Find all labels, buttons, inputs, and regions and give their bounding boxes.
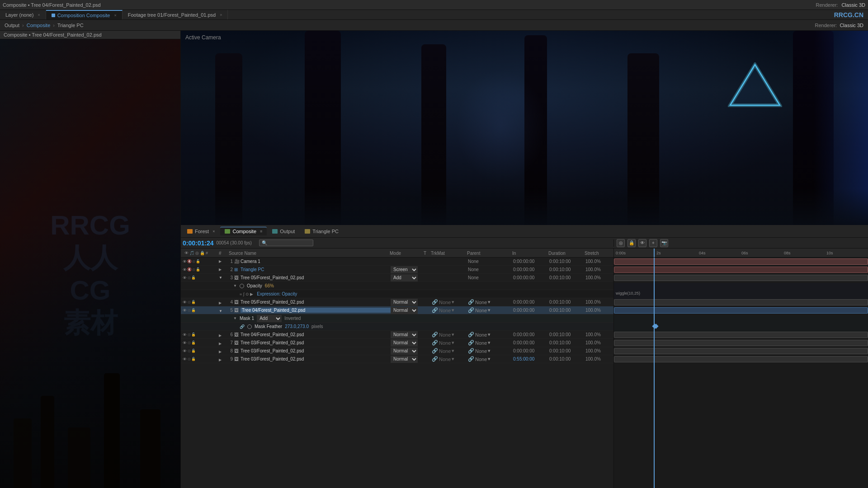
layer-row-6[interactable]: 👁 ◎ 🔓 ▶ 6 🖼 Tree 04/Forest_Painted_02.ps… [181, 331, 613, 339]
layer9-eye[interactable]: 👁 [183, 357, 187, 361]
tl-camera-btn[interactable]: 📷 [660, 239, 668, 247]
panel-tab-triangle-pc[interactable]: Triangle PC [300, 227, 343, 235]
tab-layer-none[interactable]: Layer (none) × [0, 10, 46, 19]
layer3-name[interactable]: Tree 05/Forest_Painted_02.psd [241, 275, 391, 280]
layer-row-5[interactable]: 👁 ◎ 🔓 ▼ 5 🖼 Tree 04/Forest_Painted_02.ps… [181, 306, 613, 314]
layer7-mode[interactable]: Normal [391, 339, 425, 347]
layer3-expr-icons[interactable]: = ∫ ⊙ ▶ [240, 292, 253, 296]
layer1-eye[interactable]: 👁 [183, 259, 187, 264]
panel-tab-output[interactable]: Output [268, 227, 299, 235]
layer1-solo[interactable]: ◎ [192, 259, 195, 263]
layer1-name[interactable]: Camera 1 [241, 259, 391, 264]
layer8-mode[interactable]: Normal [391, 347, 425, 355]
tab-composition-composite[interactable]: Composition Composite × [46, 10, 123, 19]
layer5-eye[interactable]: 👁 [183, 308, 187, 313]
layer9-lock[interactable]: 🔓 [191, 357, 196, 361]
layer7-solo[interactable]: ◎ [188, 341, 191, 345]
layer4-name[interactable]: Tree 05/Forest_Painted_02.psd [241, 300, 391, 305]
layer5-mode[interactable]: Normal [391, 307, 425, 314]
layer6-name[interactable]: Tree 04/Forest_Painted_02.psd [241, 332, 391, 337]
layer2-mode-select[interactable]: Screen Normal Add [391, 266, 418, 273]
layer5-mask1-mode[interactable]: Add [257, 315, 282, 322]
layer-row-7[interactable]: 👁 ◎ 🔓 ▶ 7 🖼 Tree 03/Forest_Painted_02.ps… [181, 339, 613, 347]
nav-triangle-pc[interactable]: Triangle PC [57, 23, 84, 28]
layer6-mode[interactable]: Normal [391, 331, 425, 338]
timecode-header[interactable]: 0:00:01:24 [183, 239, 214, 247]
layer4-lock[interactable]: 🔓 [191, 300, 196, 304]
layer5-mask1-mode-select[interactable]: Add [257, 315, 282, 322]
layer1-lock[interactable]: 🔓 [196, 259, 200, 263]
tl-solo-btn[interactable]: ◎ [617, 239, 625, 247]
layer8-trkmat[interactable]: 🔗None▾ [432, 348, 468, 354]
close-tab-composite[interactable]: × [114, 13, 116, 18]
forest-tab-close[interactable]: × [212, 229, 215, 234]
layer-row-9[interactable]: 👁 ◎ 🔓 ▶ 9 🖼 Tree 03/Forest_Painted_02.ps… [181, 355, 613, 363]
tl-add-btn[interactable]: + [649, 239, 657, 247]
panel-tab-forest[interactable]: Forest × [183, 227, 219, 235]
layer-row-1[interactable]: 👁 🔇 ◎ 🔓 ▶ 1 🎥 Camera 1 [181, 258, 613, 266]
layer7-name[interactable]: Tree 03/Forest_Painted_02.psd [241, 340, 391, 345]
layer6-lock[interactable]: 🔓 [191, 333, 196, 337]
timeline-playhead[interactable] [654, 258, 655, 488]
layer3-lock[interactable]: 🔓 [191, 276, 196, 280]
layer6-expand[interactable]: ▶ [218, 332, 226, 338]
layer9-name[interactable]: Tree 03/Forest_Painted_02.psd [241, 357, 391, 361]
layer4-trkmat[interactable]: 🔗None▾ [432, 299, 468, 305]
layer-row-2[interactable]: 👁 🔇 ◎ 🔓 ▶ 2 ⊞ Triangle PC [181, 266, 613, 274]
panel-tab-composite[interactable]: Composite ≡ [220, 227, 267, 235]
layer4-parent[interactable]: 🔗None▾ [468, 299, 513, 305]
layer5-expand[interactable]: ▼ [218, 308, 226, 313]
nav-composite[interactable]: Composite [27, 23, 51, 28]
close-tab-layer[interactable]: × [38, 13, 40, 17]
layer3-opacity-expand[interactable]: ▼ [233, 284, 237, 288]
layer5-parent[interactable]: 🔗None▾ [468, 307, 513, 313]
layer7-mode-select[interactable]: Normal [391, 339, 418, 347]
layer8-solo[interactable]: ◎ [188, 349, 191, 353]
layer5-trkmat[interactable]: 🔗None▾ [432, 307, 468, 313]
layer8-name[interactable]: Tree 03/Forest_Painted_02.psd [241, 348, 391, 353]
layer5-solo[interactable]: ◎ [188, 308, 191, 312]
layer3-eye[interactable]: 👁 [183, 276, 187, 280]
layer-row-4[interactable]: 👁 ◎ 🔓 ▶ 4 🖼 Tree 05/Forest_Painted_02.ps… [181, 298, 613, 306]
layer3-mode-select[interactable]: Add Normal Screen [391, 274, 418, 282]
tl-lock-btn[interactable]: 🔒 [627, 239, 636, 247]
layer4-expand[interactable]: ▶ [218, 300, 226, 305]
layer6-trkmat[interactable]: 🔗None▾ [432, 332, 468, 338]
layer7-expand[interactable]: ▶ [218, 340, 226, 346]
layer7-eye[interactable]: 👁 [183, 341, 187, 345]
layer7-parent[interactable]: 🔗None▾ [468, 340, 513, 346]
layer5-lock[interactable]: 🔓 [191, 308, 196, 312]
layer9-expand[interactable]: ▶ [218, 357, 226, 362]
close-tab-footage[interactable]: × [220, 13, 222, 17]
playhead[interactable] [654, 249, 655, 257]
tl-hide-btn[interactable]: 👁 [638, 239, 646, 247]
layer2-eye[interactable]: 👁 [183, 267, 187, 272]
layer9-parent[interactable]: 🔗None▾ [468, 356, 513, 362]
layer6-mode-select[interactable]: Normal [391, 331, 418, 338]
layer9-solo[interactable]: ◎ [188, 357, 191, 361]
layer-row-3[interactable]: 👁 ◎ 🔓 ▼ 3 🖼 Tree 05/Forest_Painted_02.ps… [181, 274, 613, 282]
layer3-opacity-value[interactable]: 66% [265, 283, 274, 288]
layer9-trkmat[interactable]: 🔗None▾ [432, 356, 468, 362]
layer5-mode-select[interactable]: Normal [391, 307, 418, 314]
search-input[interactable] [259, 239, 313, 246]
layer2-expand[interactable]: ▶ [218, 267, 226, 272]
layer8-eye[interactable]: 👁 [183, 349, 187, 353]
layer5-mask1-expand[interactable]: ▼ [233, 316, 237, 320]
layer5-name[interactable]: Tree 04/Forest_Painted_02.psd [241, 308, 391, 313]
layer3-expand[interactable]: ▼ [218, 276, 226, 280]
layer4-eye[interactable]: 👁 [183, 300, 187, 305]
layer4-mode-select[interactable]: Normal [391, 299, 418, 306]
layer3-mode[interactable]: Add Normal Screen [391, 274, 425, 282]
layer6-solo[interactable]: ◎ [188, 333, 191, 337]
layer4-mode[interactable]: Normal [391, 299, 425, 306]
layer9-mode[interactable]: Normal [391, 356, 425, 363]
layer3-solo[interactable]: ◎ [188, 276, 191, 280]
composite-tab-close[interactable]: ≡ [260, 229, 262, 234]
layer2-mode[interactable]: Screen Normal Add [391, 266, 425, 273]
layer6-eye[interactable]: 👁 [183, 333, 187, 337]
layer2-solo[interactable]: ◎ [192, 267, 195, 272]
layer8-parent[interactable]: 🔗None▾ [468, 348, 513, 354]
layer7-trkmat[interactable]: 🔗None▾ [432, 340, 468, 346]
tab-footage[interactable]: Footage tree 01/Forest_Painted_01.psd × [123, 10, 228, 19]
